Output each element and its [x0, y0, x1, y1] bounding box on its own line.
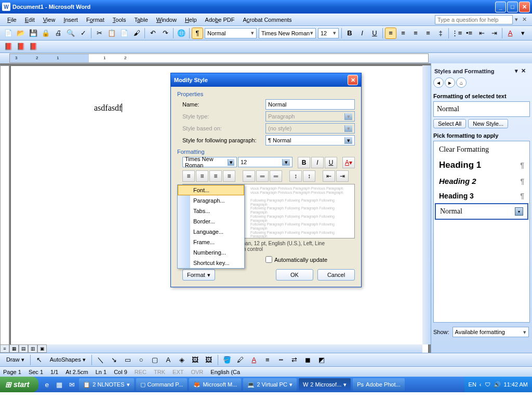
- menu-help[interactable]: Help: [181, 16, 201, 24]
- more-buttons-icon[interactable]: ▾: [517, 28, 528, 39]
- fmt-align-left-icon[interactable]: ≡: [182, 170, 195, 182]
- menu-edit[interactable]: Edit: [21, 16, 39, 24]
- align-right-icon[interactable]: ≡: [410, 28, 421, 39]
- vertical-scrollbar[interactable]: [422, 65, 431, 344]
- horizontal-scrollbar[interactable]: [47, 344, 422, 353]
- help-search-input[interactable]: [435, 15, 513, 24]
- popup-border[interactable]: Border...: [178, 216, 244, 227]
- pdf-convert-icon[interactable]: 📕: [3, 41, 14, 52]
- redo-icon[interactable]: ↷: [159, 28, 171, 39]
- pdf-review-icon[interactable]: 📕: [28, 41, 39, 52]
- nav-home-icon[interactable]: ⌂: [456, 77, 467, 88]
- nav-back-icon[interactable]: ◄: [433, 77, 444, 88]
- tray-icon2[interactable]: 🔊: [494, 381, 501, 388]
- bullets-icon[interactable]: •≡: [463, 28, 475, 39]
- diagram-icon[interactable]: ◈: [176, 354, 188, 366]
- style-heading-2[interactable]: Heading 2¶: [435, 174, 528, 189]
- menu-window[interactable]: Window: [152, 16, 181, 24]
- picture-icon[interactable]: 🖼: [203, 354, 215, 366]
- menu-file[interactable]: File: [3, 16, 21, 24]
- menu-insert[interactable]: Insert: [59, 16, 82, 24]
- tray-clock[interactable]: 11:42 AM: [504, 381, 528, 388]
- reading-view-icon[interactable]: ▣: [37, 344, 47, 353]
- rectangle-icon[interactable]: ▭: [122, 354, 134, 366]
- dash-style-icon[interactable]: ┅: [275, 354, 287, 366]
- quick-mail-icon[interactable]: ✉: [66, 379, 77, 390]
- dialog-title-bar[interactable]: Modify Style ✕: [171, 73, 361, 87]
- auto-update-checkbox[interactable]: Automatically update: [265, 256, 355, 263]
- show-selector[interactable]: Available formatting▾: [453, 327, 529, 337]
- italic-icon[interactable]: I: [356, 28, 368, 39]
- quick-desktop-icon[interactable]: ▦: [54, 379, 65, 390]
- menu-view[interactable]: View: [39, 16, 60, 24]
- align-left-icon[interactable]: ≡: [385, 28, 396, 39]
- fmt-size-select[interactable]: 12▾: [238, 157, 292, 167]
- outline-view-icon[interactable]: ▥: [28, 344, 37, 353]
- status-language[interactable]: English (Ca: [210, 369, 240, 375]
- minimize-button[interactable]: _: [495, 2, 506, 12]
- oval-icon[interactable]: ○: [136, 354, 147, 366]
- dialog-close-button[interactable]: ✕: [348, 75, 358, 85]
- fmt-font-select[interactable]: Times New Roman▾: [182, 157, 237, 167]
- popup-tabs[interactable]: Tabs...: [178, 206, 244, 216]
- fmt-italic-icon[interactable]: I: [311, 157, 324, 168]
- size-selector[interactable]: 12▾: [318, 28, 339, 38]
- format-menu-button[interactable]: Format ▾: [182, 269, 215, 281]
- fmt-spacing2-icon[interactable]: ═: [270, 170, 282, 182]
- vertical-ruler[interactable]: [0, 65, 9, 353]
- new-style-button[interactable]: New Style...: [468, 119, 508, 128]
- fmt-indent-dec-icon[interactable]: ⇤: [323, 170, 335, 182]
- cut-icon[interactable]: ✂: [94, 28, 105, 39]
- tray-arrow-icon[interactable]: ‹: [480, 381, 482, 388]
- horizontal-ruler[interactable]: 3 2 1 1 2: [9, 54, 429, 63]
- spelling-icon[interactable]: ✓: [77, 28, 89, 39]
- status-ext[interactable]: EXT: [172, 369, 183, 375]
- line-color-icon[interactable]: 🖊: [235, 354, 246, 366]
- window-close-doc-icon[interactable]: ✕: [520, 16, 529, 23]
- copy-icon[interactable]: 📋: [106, 28, 117, 39]
- auto-update-check[interactable]: [265, 256, 272, 263]
- fmt-color-icon[interactable]: A▾: [342, 157, 355, 168]
- nav-forward-icon[interactable]: ►: [445, 77, 455, 88]
- font-color-icon[interactable]: A: [504, 28, 516, 39]
- task-photoshop[interactable]: Ps Adobe Phot...: [353, 378, 405, 391]
- justify-icon[interactable]: ≡: [422, 28, 434, 39]
- style-normal[interactable]: Normal▾: [435, 203, 528, 220]
- fmt-para-before-icon[interactable]: ↕: [289, 170, 302, 182]
- style-heading-1[interactable]: Heading 1¶: [435, 157, 528, 174]
- draw-menu[interactable]: Draw ▾: [3, 355, 28, 364]
- popup-shortcut[interactable]: Shortcut key...: [178, 258, 244, 268]
- menu-format[interactable]: Format: [82, 16, 109, 24]
- web-view-icon[interactable]: ▦: [9, 344, 19, 353]
- align-center-icon[interactable]: ≡: [397, 28, 409, 39]
- menu-acrobat-comments[interactable]: Acrobat Comments: [238, 16, 296, 24]
- task-firefox[interactable]: 🦊 Microsoft M...: [189, 378, 241, 391]
- hyperlink-icon[interactable]: 🌐: [176, 28, 187, 39]
- task-nlnotes[interactable]: 📋 2 NLNOTES ▾: [79, 378, 134, 391]
- task-virtualpc[interactable]: 💻 2 Virtual PC ▾: [243, 378, 297, 391]
- fmt-justify-icon[interactable]: ≡: [223, 170, 235, 182]
- fmt-bold-icon[interactable]: B: [298, 157, 310, 168]
- menu-table[interactable]: Table: [130, 16, 152, 24]
- fmt-para-after-icon[interactable]: ↕: [303, 170, 315, 182]
- fmt-spacing15-icon[interactable]: ═: [256, 170, 269, 182]
- print-icon[interactable]: 🖨: [52, 28, 64, 39]
- pdf-email-icon[interactable]: 📕: [15, 41, 26, 52]
- style-clear-formatting[interactable]: Clear Formatting: [435, 142, 528, 157]
- underline-icon[interactable]: U: [369, 28, 380, 39]
- task-command[interactable]: ▢ Command P...: [136, 378, 188, 391]
- style-name-input[interactable]: [265, 99, 355, 110]
- decrease-indent-icon[interactable]: ⇤: [476, 28, 487, 39]
- paste-icon[interactable]: 📄: [118, 28, 130, 39]
- task-word[interactable]: W 2 Microsof... ▾: [299, 378, 351, 391]
- status-trk[interactable]: TRK: [154, 369, 165, 375]
- quick-ie-icon[interactable]: e: [41, 379, 52, 390]
- cancel-button[interactable]: Cancel: [317, 269, 355, 281]
- help-dropdown-icon[interactable]: ▾: [513, 16, 520, 23]
- open-icon[interactable]: 📂: [15, 28, 26, 39]
- select-all-button[interactable]: Select All: [433, 119, 466, 128]
- tray-language[interactable]: EN: [469, 381, 476, 388]
- print-preview-icon[interactable]: 🔍: [65, 28, 76, 39]
- current-formatting-box[interactable]: Normal: [433, 101, 530, 117]
- start-button[interactable]: ⊞start: [0, 377, 38, 392]
